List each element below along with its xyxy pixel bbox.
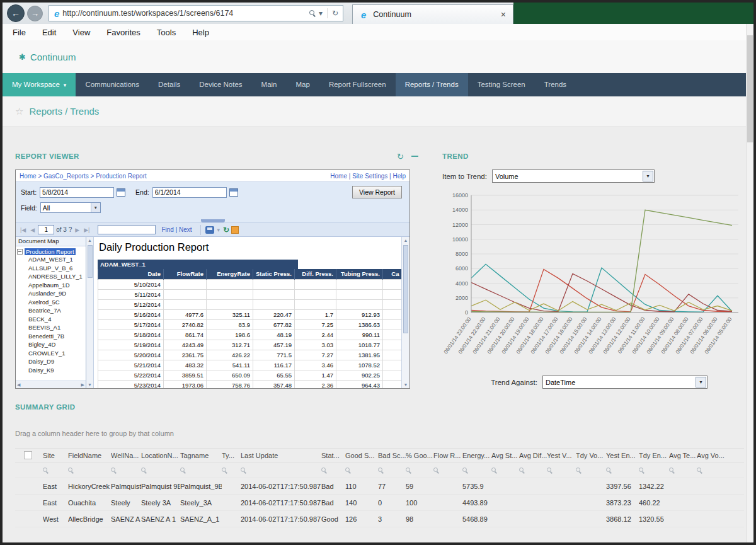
grid-filter-cell[interactable] (547, 465, 576, 476)
grid-column-header-locationn[interactable]: LocationN... (141, 452, 180, 459)
chevron-down-icon[interactable]: ▾ (216, 227, 222, 233)
start-date-input[interactable] (40, 187, 114, 198)
close-icon[interactable]: × (499, 9, 508, 20)
nav-tab-map[interactable]: Map (287, 73, 319, 96)
grid-column-header-site[interactable]: Site (43, 452, 68, 459)
refresh-icon[interactable]: ↻ (329, 9, 341, 18)
grid-column-header-good-s[interactable]: Good S... (345, 452, 378, 459)
export-icon[interactable] (205, 226, 214, 234)
docmap-item[interactable]: Beatrice_7A (16, 307, 86, 316)
site-links[interactable]: Home | Site Settings | Help (330, 173, 406, 180)
menu-item-file[interactable]: File (13, 28, 26, 37)
menu-item-tools[interactable]: Tools (157, 28, 176, 37)
grid-column-header-wellna[interactable]: WellNa... (111, 452, 141, 459)
forward-button[interactable]: → (27, 6, 43, 21)
nav-tab-device-notes[interactable]: Device Notes (190, 73, 251, 96)
data-feed-icon[interactable] (231, 226, 239, 234)
splitter-handle[interactable] (201, 219, 225, 222)
scroll-up-icon[interactable]: ▲ (88, 237, 92, 244)
grid-filter-cell[interactable] (697, 465, 724, 476)
splitter[interactable] (16, 219, 410, 222)
scrollbar-thumb[interactable] (747, 35, 753, 142)
calendar-icon[interactable] (117, 188, 125, 197)
grid-filter-cell[interactable] (378, 465, 406, 476)
chevron-down-icon[interactable]: ▾ (316, 9, 325, 18)
grid-column-header-fieldname[interactable]: FieldName (68, 452, 111, 459)
grid-column-header-avg-te[interactable]: Avg Te... (669, 452, 697, 459)
docmap-item[interactable]: Appelbaum_1D (16, 282, 86, 290)
grid-column-header-stat[interactable]: Stat... (321, 452, 345, 459)
browser-tab[interactable]: e Continuum × (352, 4, 513, 24)
trend-against-select[interactable]: DateTime ▾ (542, 376, 707, 389)
docmap-hscrollbar[interactable]: ◀ ▶ (16, 381, 86, 388)
menu-item-favorites[interactable]: Favorites (106, 28, 140, 37)
docmap-item[interactable]: Bigley_4D (16, 341, 86, 350)
panel-minimize-icon[interactable] (411, 156, 418, 157)
nav-tab-main[interactable]: Main (252, 73, 287, 96)
grid-filter-cell[interactable] (669, 465, 697, 476)
docmap-item[interactable]: BEEVIS_A1 (16, 324, 86, 333)
menu-item-help[interactable]: Help (192, 28, 209, 37)
docmap-item[interactable]: ALLSUP_V_B_6 (16, 265, 86, 273)
nav-tab-communications[interactable]: Communications (76, 73, 149, 96)
grid-filter-cell[interactable] (222, 465, 241, 476)
grid-filter-cell[interactable] (639, 465, 669, 476)
end-date-input[interactable] (152, 187, 227, 198)
grid-column-header-avg-vo[interactable]: Avg Vo... (697, 452, 724, 459)
find-next-links[interactable]: Find | Next (161, 226, 192, 233)
docmap-item[interactable]: BECK_4 (16, 316, 86, 324)
search-icon[interactable] (309, 10, 316, 17)
scroll-down-icon[interactable]: ▼ (404, 381, 408, 388)
grid-column-header-yest-en[interactable]: Yest En... (606, 452, 639, 459)
back-button[interactable]: ← (7, 4, 25, 22)
table-row[interactable]: WestAllecBridgeSAENZ ASAENZ A 1SAENZ_A_1… (15, 511, 744, 527)
grid-column-header-tdy-vo[interactable]: Tdy Vo... (576, 452, 606, 459)
grid-filter-cell[interactable] (491, 465, 519, 476)
docmap-item[interactable]: ADAM_WEST_1 (16, 256, 86, 265)
find-input[interactable] (98, 225, 156, 234)
grid-filter-cell[interactable] (406, 465, 433, 476)
url-text[interactable]: http://continuum.test/workspaces/1/scree… (62, 9, 309, 18)
docmap-item[interactable]: Daisy_D9 (16, 358, 86, 367)
nav-tab-report-fullscreen[interactable]: Report Fullscreen (319, 73, 396, 96)
grid-column-header-avg-dif[interactable]: Avg Dif... (519, 452, 547, 459)
calendar-icon[interactable] (229, 188, 238, 197)
brand-name[interactable]: Continuum (30, 52, 76, 62)
grid-filter-cell[interactable] (180, 465, 222, 476)
view-report-button[interactable]: View Report (352, 186, 402, 198)
nav-tab-testing-screen[interactable]: Testing Screen (468, 73, 535, 96)
grid-column-header-last-update[interactable]: Last Update (241, 452, 321, 459)
grid-filter-cell[interactable] (141, 465, 180, 476)
scroll-up-icon[interactable]: ▲ (404, 237, 408, 244)
grid-column-header-energy[interactable]: Energy... (462, 452, 491, 459)
docmap-item[interactable]: ANDRESS_LILLY_1 (16, 273, 86, 282)
last-page-icon[interactable]: ▶| (83, 227, 91, 233)
select-all-checkbox[interactable] (24, 451, 32, 459)
grid-filter-cell[interactable] (111, 465, 141, 476)
grid-column-header-ty[interactable]: Ty... (222, 452, 241, 459)
grid-filter-cell[interactable] (462, 465, 491, 476)
page-number-input[interactable] (38, 225, 54, 234)
report-vscrollbar[interactable]: ▲ ▼ (401, 237, 410, 388)
menu-item-view[interactable]: View (72, 28, 90, 37)
address-bar[interactable]: e http://continuum.test/workspaces/1/scr… (49, 5, 343, 21)
item-to-trend-select[interactable]: Volume ▾ (492, 169, 655, 183)
docmap-item[interactable]: CROWLEY_1 (16, 350, 86, 359)
docmap-item[interactable]: Auslander_9D (16, 290, 86, 299)
grid-filter-cell[interactable] (68, 465, 111, 476)
breadcrumb[interactable]: Home > GasCo_Reports > Production Report (20, 173, 147, 180)
docmap-item[interactable]: Axelrod_5C (16, 299, 86, 307)
table-row[interactable]: EastHickoryCreekPalmquistPalmquist 9BPal… (15, 478, 744, 495)
grid-column-header-tagname[interactable]: Tagname (180, 452, 222, 459)
scrollbar-thumb[interactable] (403, 245, 408, 333)
panel-refresh-icon[interactable]: ↻ (397, 152, 404, 161)
grid-filter-cell[interactable] (433, 465, 462, 476)
collapse-icon[interactable] (17, 249, 23, 255)
grid-filter-cell[interactable] (321, 465, 345, 476)
grid-column-header-bad-sc[interactable]: Bad Sc... (378, 452, 406, 459)
grid-filter-cell[interactable] (576, 465, 606, 476)
scroll-left-icon[interactable]: ◀ (17, 381, 20, 388)
nav-tab-trends[interactable]: Trends (535, 73, 576, 96)
report-refresh-icon[interactable]: ↻ (223, 226, 229, 234)
docmap-vscrollbar[interactable]: ▲ ▼ (86, 237, 94, 388)
